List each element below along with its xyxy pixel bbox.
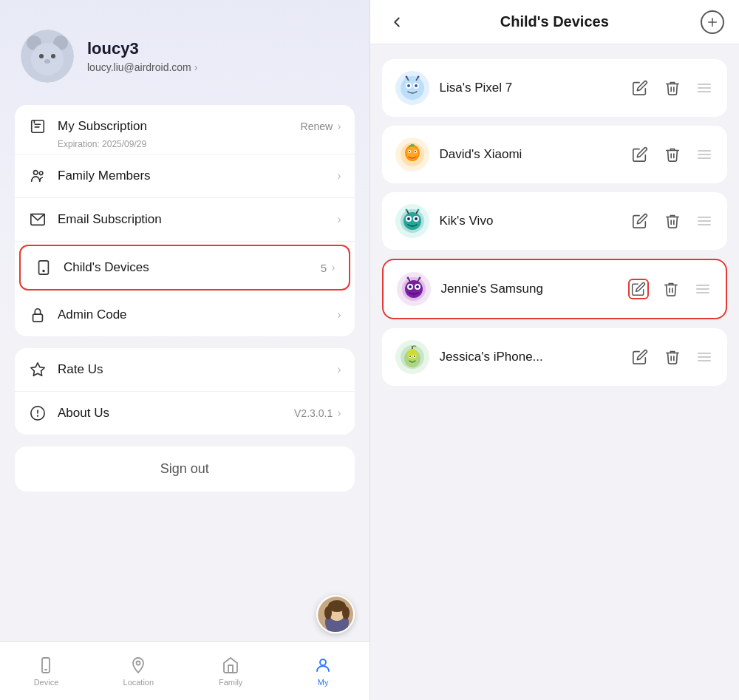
device-avatar — [395, 340, 429, 374]
nav-item-family[interactable]: Family — [185, 642, 277, 700]
svg-point-5 — [51, 54, 55, 58]
svg-point-68 — [406, 277, 409, 279]
edit-button[interactable] — [630, 78, 650, 98]
device-actions — [630, 144, 714, 165]
menu-section-1: My Subscription Renew › Expiration: 2025… — [15, 105, 355, 336]
drag-handle[interactable] — [695, 350, 714, 364]
device-avatar-icon — [399, 75, 426, 101]
device-item: Jennie's Samsung — [382, 259, 728, 319]
delete-button[interactable] — [662, 144, 683, 165]
menu-item-about[interactable]: About Us V2.3.0.1 › — [15, 392, 355, 435]
nav-item-location[interactable]: Location — [92, 642, 185, 700]
location-nav-label: Location — [123, 678, 154, 687]
drag-handle[interactable] — [695, 147, 714, 162]
menu-item-devices[interactable]: Child's Devices 5 › — [19, 245, 350, 290]
device-avatar-icon — [399, 208, 426, 234]
device-item: Kik's Vivo — [382, 192, 728, 250]
admin-icon — [28, 305, 47, 324]
device-actions — [628, 279, 712, 299]
svg-point-27 — [342, 606, 350, 619]
svg-point-76 — [414, 356, 415, 357]
family-nav-label: Family — [219, 678, 242, 687]
menu-item-admin[interactable]: Admin Code › — [15, 293, 355, 336]
device-actions — [630, 347, 714, 367]
add-device-button[interactable] — [701, 10, 724, 34]
svg-point-72 — [407, 349, 418, 359]
svg-point-37 — [407, 84, 410, 87]
menu-section-2: Rate Us › About Us V2.3.0.1 › — [15, 348, 355, 435]
profile-info: loucy3 loucy.liu@airdroid.com › — [87, 39, 197, 73]
rate-label: Rate Us — [58, 362, 337, 377]
delete-button[interactable] — [662, 78, 683, 98]
delete-button[interactable] — [661, 279, 681, 299]
devices-label: Child's Devices — [64, 260, 321, 275]
menu-item-family[interactable]: Family Members › — [15, 154, 355, 198]
back-button[interactable] — [385, 10, 409, 34]
device-item: David's Xiaomi — [382, 126, 728, 183]
chevron-right-icon: › — [337, 169, 341, 183]
chevron-right-icon: › — [337, 363, 341, 376]
chevron-right-icon: › — [337, 213, 341, 226]
svg-point-69 — [418, 277, 420, 279]
profile-username: loucy3 — [87, 39, 197, 58]
svg-rect-28 — [42, 658, 50, 673]
profile-email-row[interactable]: loucy.liu@airdroid.com › — [87, 61, 197, 73]
email-label: Email Subscription — [58, 212, 337, 227]
svg-point-12 — [39, 171, 43, 175]
edit-button[interactable] — [630, 144, 650, 165]
svg-point-54 — [407, 217, 410, 220]
delete-button[interactable] — [662, 347, 683, 367]
device-name: Jessica's iPhone... — [440, 350, 620, 364]
menu-item-email[interactable]: Email Subscription › — [15, 198, 355, 242]
family-nav-icon — [221, 656, 240, 675]
nav-item-my[interactable]: My — [277, 642, 370, 700]
chevron-right-icon: › — [337, 407, 341, 420]
menu-item-rate[interactable]: Rate Us › — [15, 348, 355, 392]
subscription-icon — [28, 117, 47, 136]
device-name: Lisa's Pixel 7 — [440, 81, 620, 95]
device-nav-label: Device — [34, 678, 59, 687]
drag-handle[interactable] — [693, 282, 712, 296]
devices-icon — [34, 258, 53, 277]
svg-point-4 — [39, 54, 44, 58]
admin-label: Admin Code — [58, 307, 337, 322]
device-avatar — [395, 71, 429, 105]
svg-point-6 — [44, 59, 50, 64]
family-label: Family Members — [58, 169, 337, 183]
svg-point-75 — [409, 356, 411, 357]
my-nav-icon — [313, 656, 333, 675]
sign-out-button[interactable]: Sign out — [15, 446, 355, 492]
chevron-right-icon: › — [331, 261, 335, 274]
drag-handle[interactable] — [695, 81, 714, 95]
family-icon — [28, 166, 47, 186]
device-item: Lisa's Pixel 7 — [382, 59, 728, 117]
rate-icon — [28, 360, 47, 379]
svg-point-65 — [416, 285, 419, 288]
bottom-navigation: Device Location Family My — [0, 641, 370, 700]
device-item: Jessica's iPhone... — [382, 328, 728, 386]
subscription-label: My Subscription — [58, 119, 301, 134]
svg-rect-16 — [33, 314, 43, 322]
right-panel: Child's Devices — [370, 0, 740, 700]
nav-item-device[interactable]: Device — [0, 642, 92, 700]
about-icon — [28, 404, 47, 423]
edit-button[interactable] — [628, 279, 649, 299]
email-icon — [28, 210, 47, 229]
about-label: About Us — [58, 406, 294, 421]
device-nav-icon — [36, 656, 55, 675]
svg-point-55 — [415, 217, 418, 220]
svg-rect-14 — [39, 261, 49, 274]
sign-out-label: Sign out — [160, 461, 209, 477]
svg-point-42 — [417, 76, 419, 78]
floating-avatar[interactable] — [316, 595, 355, 633]
right-title: Child's Devices — [500, 13, 609, 30]
edit-button[interactable] — [630, 347, 650, 367]
drag-handle[interactable] — [695, 214, 714, 228]
menu-item-subscription[interactable]: My Subscription Renew › Expiration: 2025… — [15, 105, 355, 154]
location-nav-icon — [129, 656, 148, 675]
svg-rect-7 — [32, 120, 44, 133]
delete-button[interactable] — [662, 211, 683, 231]
device-avatar — [397, 272, 431, 306]
edit-button[interactable] — [630, 211, 650, 231]
svg-point-59 — [417, 209, 419, 211]
